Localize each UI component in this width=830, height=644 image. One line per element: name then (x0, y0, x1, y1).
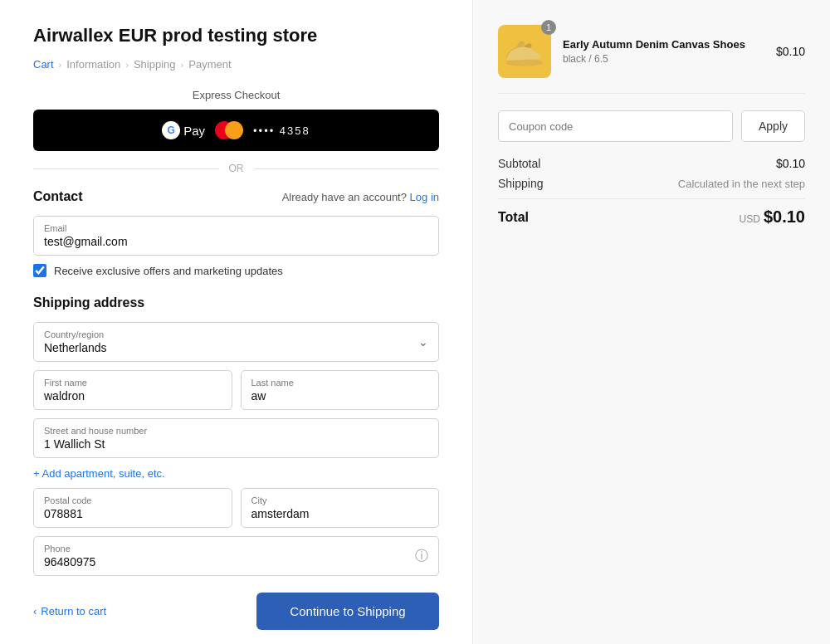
product-quantity-badge: 1 (541, 20, 556, 35)
card-dots: •••• 4358 (253, 124, 310, 137)
shoe-svg-icon (503, 35, 546, 68)
total-row: Total USD$0.10 (498, 198, 805, 227)
contact-section-title: Contact (33, 189, 83, 204)
or-divider: OR (33, 163, 439, 174)
breadcrumb: Cart › Information › Shipping › Payment (33, 58, 439, 71)
subtotal-value: $0.10 (776, 157, 805, 170)
product-row: 1 Early Autumn Denim Canvas Shoes black … (498, 25, 805, 94)
total-label: Total (498, 210, 529, 225)
first-name-label: First name (44, 378, 222, 388)
street-label: Street and house number (44, 426, 428, 436)
express-checkout-button[interactable]: G Pay •••• 4358 (33, 110, 439, 151)
breadcrumb-sep-1: › (59, 60, 62, 70)
name-row: First name Last name (33, 370, 439, 418)
email-label: Email (44, 223, 428, 233)
product-variant: black / 6.5 (563, 53, 764, 65)
express-checkout-label: Express Checkout (33, 89, 439, 101)
gpay-label: G Pay (162, 121, 205, 139)
coupon-input[interactable] (498, 110, 733, 142)
postal-input[interactable] (44, 507, 222, 520)
return-to-cart-link[interactable]: ‹ Return to cart (33, 605, 106, 617)
phone-field-container: Phone ⓘ (33, 536, 439, 576)
store-title: Airwallex EUR prod testing store (33, 25, 439, 46)
apply-coupon-button[interactable]: Apply (741, 110, 805, 142)
first-name-field-container: First name (33, 370, 232, 410)
breadcrumb-cart[interactable]: Cart (33, 58, 54, 71)
continue-to-shipping-button[interactable]: Continue to Shipping (256, 593, 439, 630)
chevron-left-icon: ‹ (33, 605, 37, 617)
product-image-wrap: 1 (498, 25, 551, 78)
total-value: USD$0.10 (740, 207, 805, 227)
city-label: City (251, 495, 429, 505)
street-field-container: Street and house number (33, 418, 439, 458)
marketing-checkbox-row: Receive exclusive offers and marketing u… (33, 264, 439, 277)
total-currency: USD (740, 213, 760, 225)
shipping-address-title: Shipping address (33, 295, 439, 310)
return-label: Return to cart (41, 605, 106, 617)
postal-field-container: Postal code (33, 488, 232, 528)
first-name-input[interactable] (44, 389, 222, 402)
subtotal-label: Subtotal (498, 157, 540, 170)
city-field-container: City (241, 488, 440, 528)
breadcrumb-shipping: Shipping (134, 58, 176, 71)
country-field-container: Country/region ⌄ (33, 322, 439, 362)
shipping-label: Shipping (498, 177, 544, 190)
country-input[interactable] (44, 341, 428, 354)
total-amount: $0.10 (764, 207, 805, 226)
city-input[interactable] (251, 507, 429, 520)
street-input[interactable] (44, 437, 428, 451)
add-apartment-link[interactable]: + Add apartment, suite, etc. (33, 467, 165, 480)
last-name-label: Last name (251, 378, 429, 388)
bottom-actions: ‹ Return to cart Continue to Shipping (33, 593, 439, 630)
postal-city-row: Postal code City (33, 488, 439, 536)
product-name: Early Autumn Denim Canvas Shoes (563, 38, 764, 51)
marketing-checkbox[interactable] (33, 264, 46, 277)
breadcrumb-sep-3: › (181, 60, 184, 70)
shipping-calc-text: Calculated in the next step (678, 178, 805, 190)
gpay-g-icon: G (162, 121, 180, 139)
coupon-row: Apply (498, 110, 805, 142)
shipping-row: Shipping Calculated in the next step (498, 177, 805, 190)
country-label: Country/region (44, 329, 428, 339)
subtotal-row: Subtotal $0.10 (498, 157, 805, 170)
email-input[interactable] (44, 235, 428, 248)
phone-input[interactable] (44, 555, 428, 568)
login-link-text: Already have an account? Log in (282, 191, 439, 203)
marketing-label: Receive exclusive offers and marketing u… (54, 265, 283, 277)
product-info: Early Autumn Denim Canvas Shoes black / … (563, 38, 764, 65)
last-name-input[interactable] (251, 389, 429, 402)
mastercard-icon (215, 121, 243, 139)
breadcrumb-sep-2: › (125, 60, 129, 70)
postal-label: Postal code (44, 495, 222, 505)
product-price: $0.10 (776, 45, 805, 58)
login-link[interactable]: Log in (410, 191, 439, 203)
breadcrumb-payment: Payment (188, 58, 231, 71)
phone-label: Phone (44, 544, 428, 554)
email-field-container: Email (33, 216, 439, 256)
phone-info-icon: ⓘ (415, 548, 428, 565)
last-name-field-container: Last name (241, 370, 440, 410)
breadcrumb-information: Information (66, 58, 120, 71)
